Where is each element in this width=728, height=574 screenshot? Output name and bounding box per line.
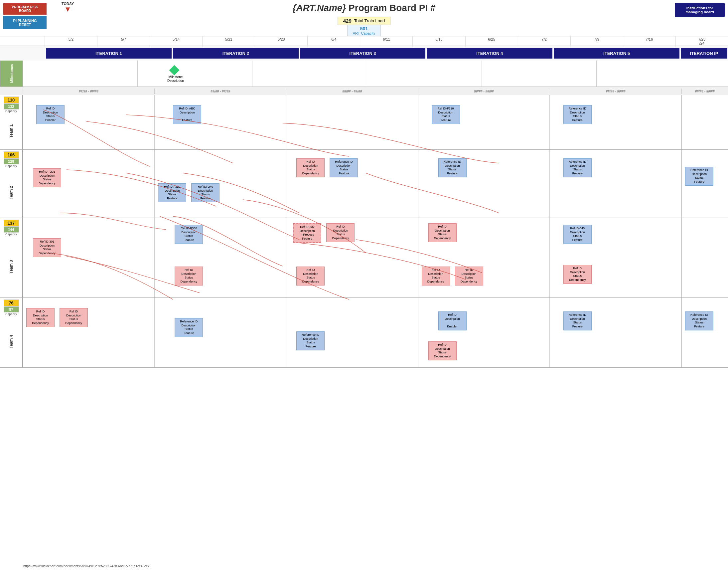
team-4-card-2[interactable]: Ref IDDescriptionStatusDependency bbox=[59, 308, 88, 327]
iteration-2-header[interactable]: ITERATION 2 bbox=[173, 48, 299, 58]
team-2-card-6[interactable]: Reference IDDescriptionStatusFeature bbox=[438, 158, 467, 177]
team-2-card-7[interactable]: Reference IDDescriptionStatusFeature bbox=[563, 158, 592, 177]
team-4-iter-4: Ref IDDescriptionEnabler Ref IDDescripti… bbox=[418, 298, 550, 367]
art-capacity-number: 501 bbox=[353, 26, 375, 31]
team-1-iter-ip bbox=[681, 95, 728, 150]
team-3-capacity-num: 144 bbox=[4, 227, 19, 233]
team-2-card-4[interactable]: Ref IDDescriptionStatusDependency bbox=[296, 158, 325, 177]
team-3-card-8[interactable]: Ref IDDescriptionStatusDependency bbox=[422, 266, 450, 286]
team-1-iter-4: Ref ID-F110DescriptionStatusFeature bbox=[418, 95, 550, 150]
team-3-card-6[interactable]: Ref IDDescriptionStatusDependency bbox=[296, 266, 325, 286]
team-1-card-2[interactable]: Ref ID: ABCDescriptionFeature bbox=[173, 105, 201, 124]
team-2-capacity-num: 128 bbox=[4, 158, 19, 164]
date-4: 5/21 bbox=[202, 36, 255, 47]
team-3-iter-3: Ref ID-332DescriptionInProcessFeature Re… bbox=[286, 218, 418, 297]
daterange-cells: ##/## - ##/## ##/## - ##/## ##/## - ##/#… bbox=[22, 88, 728, 94]
team-4-card-8[interactable]: Reference IDDescriptionStatusFeature bbox=[685, 312, 713, 330]
team-3-left: 137 144 Capacity Team 3 bbox=[0, 218, 22, 297]
team-4-card-5[interactable]: Ref IDDescriptionEnabler bbox=[438, 312, 467, 330]
team-1-card-4[interactable]: Reference IDDescriptionStatusFeature bbox=[563, 105, 592, 124]
team-3-card-2[interactable]: Ref ID-F330DescriptionStatusFeature bbox=[175, 225, 203, 244]
team-3-label: Team 3 bbox=[9, 236, 14, 297]
team-4-row: 76 97 Capacity Team 4 Ref IDDescriptionS… bbox=[0, 298, 728, 368]
milestones-label: Milestones bbox=[0, 60, 22, 86]
team-2-card-3[interactable]: Ref IDF240DescriptionStatusFeature bbox=[191, 183, 220, 202]
team-3-card-4[interactable]: Ref ID-332DescriptionInProcessFeature bbox=[293, 223, 321, 243]
team-2-iter-2: Ref ID-F220DescriptionStatusFeature Ref … bbox=[154, 150, 286, 218]
team-1-left: 110 132 Capacity Team 1 bbox=[0, 95, 22, 150]
team-3-iter-5: Ref ID-345DescriptionStatusFeature Ref I… bbox=[550, 218, 681, 297]
team-3-card-3[interactable]: Ref IDDescriptionStatusDependency bbox=[175, 266, 203, 286]
team-2-card-8[interactable]: Reference IDDescriptionStatusFeature bbox=[685, 167, 713, 186]
art-capacity-label: ART Capacity bbox=[353, 31, 375, 35]
title-main: Program Board PI # bbox=[346, 3, 435, 13]
team-1-iter-2: Ref ID: ABCDescriptionFeature bbox=[154, 95, 286, 150]
page-container: PROGRAM RISK BOARD PI PLANNINGRESET TODA… bbox=[0, 0, 728, 574]
date-1: 5/2 bbox=[45, 36, 97, 47]
today-arrow-icon: ▼ bbox=[64, 6, 72, 13]
iteration-ip-header[interactable]: ITERATION IP bbox=[681, 48, 727, 58]
team-3-card-1[interactable]: Ref ID-301DescriptionStatusDependency bbox=[33, 238, 61, 257]
team-4-card-6[interactable]: Ref IDDescriptionStatusDependency bbox=[428, 341, 457, 360]
today-indicator: TODAY ▼ bbox=[61, 2, 74, 13]
instructions-button[interactable]: Instructions formanaging board bbox=[675, 3, 725, 17]
team-1-iter-5: Reference IDDescriptionStatusFeature bbox=[550, 95, 681, 150]
iteration-1-header[interactable]: ITERATION 1 bbox=[46, 48, 172, 58]
header: PROGRAM RISK BOARD PI PLANNINGRESET TODA… bbox=[0, 0, 728, 37]
date-2: 5/7 bbox=[97, 36, 150, 47]
team-1-card-1[interactable]: Ref IDDescriptionStatusEnabler bbox=[36, 105, 64, 124]
date-13: 7/23/24 bbox=[676, 36, 728, 47]
team-3-card-9[interactable]: Ref IDDescriptionStatusDependency bbox=[455, 266, 483, 286]
team-3-card-7[interactable]: Ref IDDescriptionStatusDependency bbox=[428, 223, 457, 242]
daterange-5: ##/## - ##/## bbox=[550, 88, 681, 94]
date-7: 6/11 bbox=[360, 36, 412, 47]
team-3-iter-1: Ref ID-301DescriptionStatusDependency bbox=[22, 218, 154, 297]
train-load-box: 429 Total Train Load 501 ART Capacity bbox=[337, 17, 391, 36]
daterange-1: ##/## - ##/## bbox=[22, 88, 154, 94]
team-3-capacity-label: Capacity bbox=[5, 233, 17, 236]
team-2-left: 106 128 Capacity Team 2 bbox=[0, 150, 22, 218]
team-3-iter-2: Ref ID-F330DescriptionStatusFeature Ref … bbox=[154, 218, 286, 297]
team-2-capacity-label: Capacity bbox=[5, 164, 17, 168]
team-4-card-3[interactable]: Reference IDDescriptionStatusFeature bbox=[175, 318, 203, 337]
milestone-label: MilestoneDescription bbox=[164, 75, 187, 83]
team-1-iter-3 bbox=[286, 95, 418, 150]
title-italic: {ART.Name} bbox=[293, 3, 346, 13]
team-2-row: 106 128 Capacity Team 2 Ref ID - 201Desc… bbox=[0, 150, 728, 218]
pi-planning-button[interactable]: PI PLANNINGRESET bbox=[3, 16, 47, 29]
daterange-3: ##/## - ##/## bbox=[286, 88, 418, 94]
team-2-card-5[interactable]: Reference IDDescriptionStatusFeature bbox=[329, 158, 358, 177]
date-8: 6/18 bbox=[412, 36, 465, 47]
team-4-card-1[interactable]: Ref IDDescriptionStatusDependency bbox=[26, 308, 54, 327]
team-3-row: 137 144 Capacity Team 3 Ref ID-301Descri… bbox=[0, 218, 728, 298]
team-2-label: Team 2 bbox=[9, 168, 14, 218]
date-11: 7/9 bbox=[571, 36, 623, 47]
team-4-card-4[interactable]: Reference IDDescriptionStatusFeature bbox=[296, 331, 325, 351]
iteration-headers: ITERATION 1 ITERATION 2 ITERATION 3 ITER… bbox=[0, 46, 728, 60]
daterange-row: ##/## - ##/## ##/## - ##/## ##/## - ##/#… bbox=[0, 87, 728, 95]
left-buttons: PROGRAM RISK BOARD PI PLANNINGRESET bbox=[3, 3, 47, 29]
train-load-label: Total Train Load bbox=[354, 18, 385, 23]
team-4-label: Team 4 bbox=[9, 316, 14, 367]
page-title: {ART.Name} Program Board PI # bbox=[293, 3, 436, 13]
team-3-card-5[interactable]: Ref IDDescriptionStatusDependency bbox=[326, 223, 355, 242]
team-4-card-7[interactable]: Reference IDDescriptionStatusFeature bbox=[563, 312, 592, 330]
team-2-iter-1: Ref ID - 201DescriptionStatusDependency bbox=[22, 150, 154, 218]
team-3-content: Ref ID-301DescriptionStatusDependency Re… bbox=[22, 218, 728, 297]
risk-board-button[interactable]: PROGRAM RISK BOARD bbox=[3, 3, 47, 15]
team-3-card-10[interactable]: Ref ID-345DescriptionStatusFeature bbox=[563, 225, 592, 244]
team-1-card-3[interactable]: Ref ID-F110DescriptionStatusFeature bbox=[432, 105, 460, 124]
iteration-5-header[interactable]: ITERATION 5 bbox=[554, 48, 679, 58]
footer-link: https://www.lucidchart.com/documents/vie… bbox=[23, 564, 150, 568]
team-2-card-1[interactable]: Ref ID - 201DescriptionStatusDependency bbox=[33, 168, 61, 187]
team-1-iter-1: Ref IDDescriptionStatusEnabler bbox=[22, 95, 154, 150]
team-1-capacity-label: Capacity bbox=[5, 110, 17, 113]
team-2-card-2[interactable]: Ref ID-F220DescriptionStatusFeature bbox=[158, 183, 186, 202]
train-load-top: 429 Total Train Load bbox=[337, 17, 391, 25]
iteration-3-header[interactable]: ITERATION 3 bbox=[300, 48, 426, 58]
date-12: 7/16 bbox=[623, 36, 676, 47]
team-2-iter-3: Ref IDDescriptionStatusDependency Refere… bbox=[286, 150, 418, 218]
team-3-iter-4: Ref IDDescriptionStatusDependency Ref ID… bbox=[418, 218, 550, 297]
iteration-4-header[interactable]: ITERATION 4 bbox=[427, 48, 552, 58]
team-3-card-11[interactable]: Ref IDDescriptionStatusDependency bbox=[563, 265, 592, 284]
